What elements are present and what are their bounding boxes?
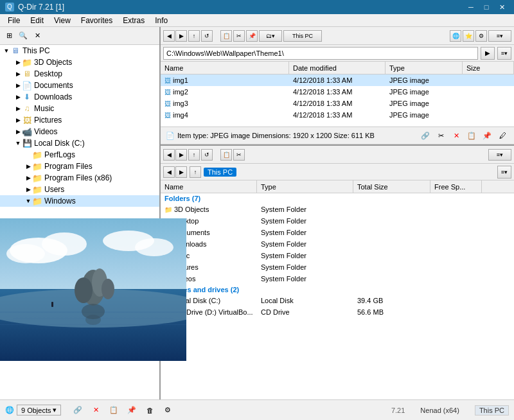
tree-item-downloads[interactable]: ▶ ⬇ Downloads (0, 91, 159, 103)
menu-extras[interactable]: Extras (118, 15, 150, 26)
minimize-button[interactable]: ─ (464, 2, 478, 12)
status-action-btn4[interactable]: 📌 (481, 129, 493, 142)
expand-icon[interactable]: ▼ (14, 140, 22, 146)
expand-icon[interactable]: ▶ (14, 105, 22, 112)
status-action-btn3[interactable]: 📋 (465, 129, 478, 142)
refresh-button[interactable]: ↺ (201, 30, 213, 42)
expand-icon[interactable]: ▶ (14, 59, 22, 66)
menu-file[interactable]: File (3, 15, 25, 26)
bottom-col-type[interactable]: Type (257, 180, 353, 193)
file-row[interactable]: 🖼img2 4/12/2018 1:33 AM JPEG image (161, 86, 514, 98)
toolbar-extra2[interactable]: ⭐ (463, 30, 474, 42)
bottom-drive-row[interactable]: 💾Local Disk (C:) Local Disk 39.4 GB (161, 295, 514, 306)
expand-icon[interactable]: ▶ (14, 128, 22, 135)
left-toolbar-btn3[interactable]: ✕ (31, 30, 44, 42)
toolbar-btn4[interactable]: ✂ (233, 30, 245, 42)
bottom-forward-button[interactable]: ▶ (175, 149, 187, 161)
tree-item-localdisk[interactable]: ▼ 💾 Local Disk (C:) (0, 137, 159, 149)
bottom-refresh-button[interactable]: ↺ (201, 149, 213, 161)
top-go-button[interactable]: ▶ (481, 47, 495, 60)
bottom-back-button[interactable]: ◀ (163, 149, 175, 161)
status-action-btn1[interactable]: 🔗 (419, 129, 432, 142)
tree-item-3dobjects[interactable]: ▶ 📁 3D Objects (0, 57, 159, 68)
tree-item-pictures[interactable]: ▶ 🖼 Pictures (0, 114, 159, 126)
expand-icon[interactable]: ▶ (24, 175, 32, 181)
bottom-file-row[interactable]: ⬇Downloads System Folder (161, 238, 514, 250)
bottom-addr-fwd[interactable]: ▶ (175, 166, 187, 178)
left-toolbar-btn1[interactable]: ⊞ (3, 30, 15, 42)
tree-item-documents[interactable]: ▶ 📄 Documents (0, 80, 159, 91)
menu-view[interactable]: View (49, 15, 76, 26)
bottom-up-button[interactable]: ↑ (188, 149, 200, 161)
toolbar-btn3[interactable]: 📋 (220, 30, 232, 42)
tree-item-users[interactable]: ▶ 📁 Users (0, 184, 159, 195)
bottom-col-total[interactable]: Total Size (353, 180, 430, 193)
bottom-file-row[interactable]: 📁3D Objects System Folder (161, 204, 514, 215)
menu-favorites[interactable]: Favorites (76, 15, 118, 26)
status-btn2[interactable]: ✕ (89, 404, 102, 417)
expand-icon[interactable]: ▶ (14, 71, 22, 77)
bottom-file-row[interactable]: ♫Music System Folder (161, 250, 514, 261)
file-row[interactable]: 🖼img1 4/12/2018 1:33 AM JPEG image (161, 74, 514, 86)
file-row[interactable]: 🖼img3 4/12/2018 1:33 AM JPEG image (161, 98, 514, 109)
status-btn4[interactable]: 📌 (125, 404, 138, 417)
tree-item-desktop[interactable]: ▶ 🖥 Desktop (0, 68, 159, 80)
bottom-view-btn[interactable]: ≡▾ (488, 149, 511, 161)
expand-icon[interactable]: ▶ (24, 186, 32, 193)
up-button[interactable]: ↑ (188, 30, 200, 42)
status-action-btn5[interactable]: 🖊 (496, 129, 509, 142)
bottom-view-style[interactable]: ≡▾ (497, 166, 511, 179)
tree-item-videos[interactable]: ▶ 📹 Videos (0, 126, 159, 137)
top-address-input[interactable] (163, 47, 478, 60)
menu-edit[interactable]: Edit (25, 15, 49, 26)
status-btn5[interactable]: 🗑 (143, 404, 156, 417)
back-button[interactable]: ◀ (163, 30, 175, 42)
bottom-addr-up[interactable]: ↑ (190, 166, 201, 178)
expand-icon[interactable]: ▼ (3, 48, 10, 54)
object-count-button[interactable]: 9 Objects ▾ (17, 405, 61, 416)
status-btn3[interactable]: 📋 (107, 404, 120, 417)
top-thispc-btn[interactable]: This PC (283, 30, 322, 42)
bottom-toolbar-btn3[interactable]: 📋 (220, 149, 232, 161)
bottom-file-row[interactable]: 📹Videos System Folder (161, 273, 514, 284)
tree-item-music[interactable]: ▶ ♫ Music (0, 103, 159, 114)
toolbar-btn5[interactable]: 📌 (246, 30, 258, 42)
bottom-file-row[interactable]: 🖥Desktop System Folder (161, 215, 514, 227)
maximize-button[interactable]: □ (479, 2, 493, 12)
col-name[interactable]: Name (161, 62, 289, 74)
tree-item-thispc[interactable]: ▼ 🖥 This PC (0, 45, 159, 57)
status-action-btn2[interactable]: ✂ (434, 129, 447, 142)
top-view-btn[interactable]: ≡▾ (497, 47, 511, 60)
col-date[interactable]: Date modified (289, 62, 386, 74)
view-style-btn[interactable]: ≡▾ (488, 30, 511, 42)
tree-item-windows[interactable]: ▼ 📁 Windows (0, 195, 159, 207)
menu-info[interactable]: Info (150, 15, 173, 26)
toolbar-extra1[interactable]: 🌐 (450, 30, 461, 42)
status-btn6[interactable]: ⚙ (161, 404, 174, 417)
expand-icon[interactable]: ▶ (14, 117, 22, 123)
view-dropdown[interactable]: 🗂▾ (259, 30, 282, 42)
bottom-file-row[interactable]: 🖼Pictures System Folder (161, 261, 514, 273)
tree-item-programfilesx86[interactable]: ▶ 📁 Program Files (x86) (0, 172, 159, 184)
expand-icon[interactable]: ▶ (14, 82, 22, 89)
status-action-btn-x[interactable]: ✕ (450, 129, 463, 142)
bottom-col-name[interactable]: Name (161, 180, 257, 193)
bottom-col-free[interactable]: Free Sp... (430, 180, 482, 193)
expand-icon[interactable]: ▶ (24, 163, 32, 170)
tree-item-programfiles[interactable]: ▶ 📁 Program Files (0, 161, 159, 172)
bottom-addr-back[interactable]: ◀ (163, 166, 175, 178)
expand-icon[interactable]: ▶ (14, 94, 22, 100)
toolbar-extra3[interactable]: ⚙ (475, 30, 487, 42)
col-size[interactable]: Size (463, 62, 514, 74)
bottom-toolbar-btn4[interactable]: ✂ (233, 149, 245, 161)
bottom-file-row[interactable]: 📄Documents System Folder (161, 227, 514, 238)
forward-button[interactable]: ▶ (175, 30, 187, 42)
close-button[interactable]: ✕ (495, 2, 509, 12)
tree-item-perflogs[interactable]: ▶ 📁 PerfLogs (0, 149, 159, 161)
status-btn1[interactable]: 🔗 (71, 404, 84, 417)
expand-icon[interactable]: ▼ (24, 198, 32, 204)
bottom-drive-row[interactable]: 💿CD Drive (D:) VirtualBo... CD Drive 56.… (161, 306, 514, 318)
left-toolbar-btn2[interactable]: 🔍 (17, 30, 30, 42)
col-type[interactable]: Type (386, 62, 463, 74)
file-row[interactable]: 🖼img4 4/12/2018 1:33 AM JPEG image (161, 109, 514, 121)
